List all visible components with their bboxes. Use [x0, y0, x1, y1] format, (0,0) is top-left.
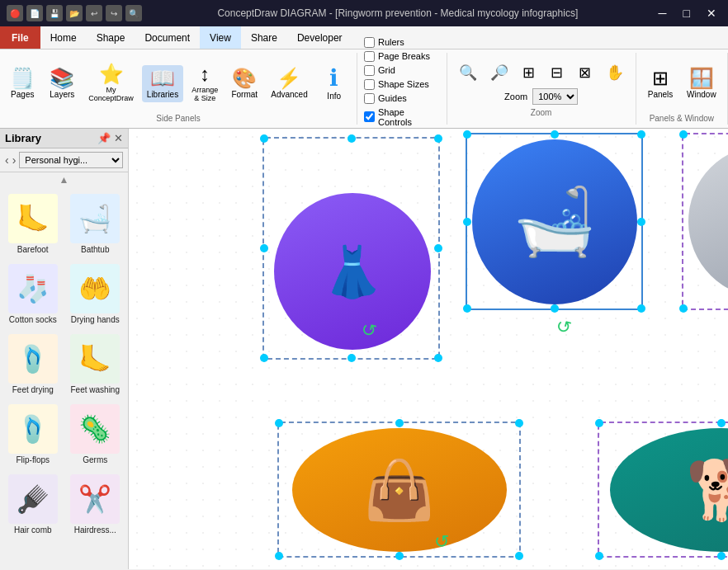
rotate-handle-bag[interactable]: ↺ [434, 531, 449, 553]
handle-hw-tl[interactable] [595, 419, 603, 427]
library-item-germs[interactable]: 🦠 Germs [66, 401, 125, 468]
handle-bath-mr[interactable] [637, 218, 645, 226]
handle-bag-bl[interactable] [275, 552, 283, 560]
window-button[interactable]: 🪟 Window [682, 65, 721, 102]
zoom-select[interactable]: 100% 75% 150% 200% [532, 88, 578, 105]
zoom-in-button[interactable]: 🔍 [454, 60, 482, 85]
ribbon-btn-format[interactable]: 🎨 Format [226, 65, 262, 102]
pagebreaks-check-row: Page Breaks [364, 51, 440, 62]
handle-bath-ml[interactable] [463, 218, 471, 226]
flipflops-thumb: 🩴 [8, 404, 58, 454]
handle-ml[interactable] [260, 244, 268, 252]
app-icon: 🔴 [7, 5, 23, 21]
view-all-button[interactable]: ⊟ [545, 60, 570, 85]
redo-icon[interactable]: ↪ [106, 5, 122, 21]
mycd-label: MyConceptDraw [88, 86, 134, 102]
menu-home[interactable]: Home [40, 26, 87, 49]
shapesizes-label: Shape Sizes [378, 79, 429, 89]
menu-shape[interactable]: Shape [87, 26, 135, 49]
canvas-area[interactable]: 👗 🛁 [129, 129, 728, 569]
rulers-checkbox[interactable] [364, 37, 375, 48]
fit-page-button[interactable]: ⊞ [517, 60, 541, 85]
handle-bath-tr[interactable] [637, 130, 645, 139]
zoom-area-button[interactable]: ⊠ [573, 60, 598, 85]
handle-bath-bc[interactable] [551, 304, 559, 313]
maximize-button[interactable]: □ [678, 5, 695, 21]
ribbon-btn-advanced[interactable]: ⚡ Advanced [266, 65, 312, 102]
menu-share[interactable]: Share [241, 26, 287, 49]
library-dropdown[interactable]: Personal hygi... [19, 152, 123, 168]
handle-br[interactable] [434, 354, 442, 362]
ribbon-btn-myconceptdraw[interactable]: ⭐ MyConceptDraw [83, 61, 139, 106]
handle-bc[interactable] [347, 354, 356, 362]
ribbon-btn-info[interactable]: ℹ Info [316, 64, 352, 104]
menu-developer[interactable]: Developer [287, 26, 352, 49]
shapesizes-checkbox[interactable] [364, 79, 375, 90]
handle-bag-tl[interactable] [275, 419, 283, 427]
library-item-dryinghands[interactable]: 🤲 Drying hands [66, 261, 125, 327]
rulers-label: Rulers [378, 37, 404, 47]
handle-bath-tl[interactable] [463, 130, 471, 139]
grid-check-row: Grid [364, 65, 440, 76]
handle-bl[interactable] [260, 354, 268, 362]
library-prev-button[interactable]: ‹ [5, 153, 9, 167]
guides-check-row: Guides [364, 93, 440, 104]
handle-bath-tc[interactable] [551, 130, 559, 139]
handle-shower-bl[interactable] [679, 304, 688, 313]
handle-hw-tc[interactable] [717, 419, 726, 427]
open-icon[interactable]: 📂 [66, 5, 83, 21]
handle-bath-br[interactable] [637, 304, 645, 313]
handle-mr[interactable] [434, 244, 442, 252]
library-next-button[interactable]: › [12, 153, 17, 167]
ribbon-btn-arrange[interactable]: ↕️ Arrange& Size [187, 61, 223, 106]
handle-hw-bl[interactable] [595, 552, 603, 560]
canvas-item-handwash[interactable]: 🐕 [598, 422, 728, 558]
guides-checkbox[interactable] [364, 93, 375, 104]
library-item-haircomb[interactable]: 🪮 Hair comb [3, 471, 63, 538]
handle-shower-tl[interactable] [679, 130, 688, 139]
close-button[interactable]: ✕ [702, 5, 721, 21]
canvas-item-bag[interactable]: 👜 [277, 422, 521, 558]
library-item-flipflops[interactable]: 🩴 Flip-flops [3, 401, 63, 468]
handle-bath-bl[interactable] [463, 304, 471, 313]
search-icon[interactable]: 🔍 [125, 5, 142, 21]
canvas-item-bath[interactable]: 🛁 [466, 133, 643, 310]
menu-view[interactable]: View [200, 26, 241, 49]
handle-bag-tr[interactable] [515, 419, 523, 427]
library-item-feetdrying[interactable]: 🩴 Feet drying [3, 331, 63, 398]
file-menu[interactable]: File [0, 26, 40, 49]
save-icon[interactable]: 💾 [46, 5, 63, 21]
handle-tc[interactable] [347, 134, 356, 143]
canvas-item-shower[interactable]: 🚿 [682, 133, 728, 310]
minimize-button[interactable]: ─ [654, 5, 672, 21]
ribbon-btn-pages[interactable]: 🗒️ Pages [4, 65, 40, 102]
undo-icon[interactable]: ↩ [86, 5, 102, 21]
library-item-feetwashing[interactable]: 🦶 Feet washing [66, 331, 125, 398]
canvas-item-clothing[interactable]: 👗 [262, 137, 440, 360]
ribbon-btn-libraries[interactable]: 📖 Libraries [142, 65, 183, 102]
pagebreaks-checkbox[interactable] [364, 51, 375, 62]
bathtub-label: Bathtub [81, 245, 109, 254]
handle-bag-bc[interactable] [395, 552, 404, 560]
library-close-button[interactable]: ✕ [114, 132, 123, 144]
dryinghands-label: Drying hands [71, 315, 120, 324]
menu-document[interactable]: Document [135, 26, 200, 49]
handle-hw-bc[interactable] [717, 552, 726, 560]
handle-tr[interactable] [434, 134, 442, 143]
shapecontrols-checkbox[interactable] [364, 111, 375, 122]
library-pin-button[interactable]: 📌 [97, 132, 111, 144]
library-scroll-up[interactable]: ▲ [0, 172, 128, 187]
grid-checkbox[interactable] [364, 65, 375, 76]
library-item-barefoot[interactable]: 🦶 Barefoot [3, 191, 63, 257]
library-item-bathtub[interactable]: 🛁 Bathtub [66, 191, 125, 257]
new-icon[interactable]: 📄 [26, 5, 43, 21]
handle-bag-br[interactable] [515, 552, 523, 560]
library-item-cottonsocks[interactable]: 🧦 Cotton socks [3, 261, 63, 327]
ribbon-btn-layers[interactable]: 📚 Layers [44, 65, 80, 102]
handle-bag-tc[interactable] [395, 419, 404, 427]
handle-tl[interactable] [260, 134, 268, 143]
library-item-hairdress[interactable]: ✂️ Hairdress... [66, 471, 125, 538]
panels-button[interactable]: ⊞ Panels [642, 65, 678, 102]
pan-button[interactable]: ✋ [601, 60, 629, 85]
zoom-out-button[interactable]: 🔎 [485, 60, 513, 85]
